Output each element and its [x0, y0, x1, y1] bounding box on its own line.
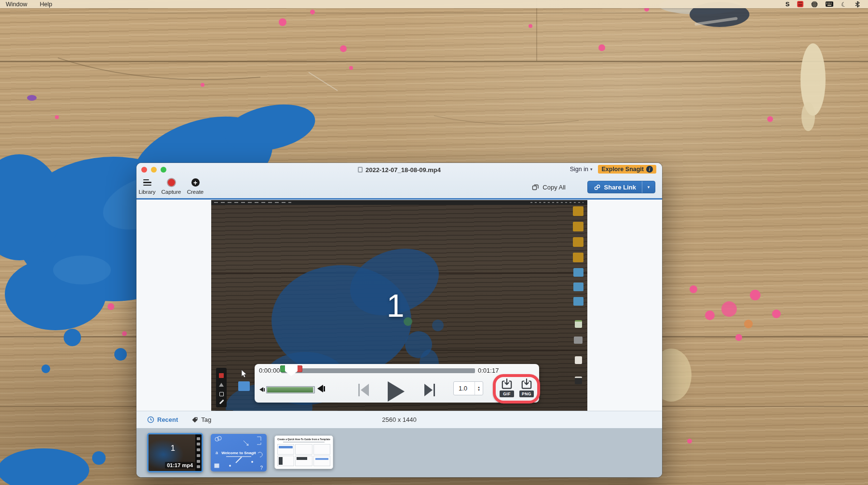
explore-snagit-badge[interactable]: Explore Snagit i: [598, 165, 656, 174]
desktop-background: Window Help S ☾: [0, 0, 868, 485]
recent-filter-button[interactable]: Recent: [147, 416, 178, 423]
share-link-button[interactable]: Share Link ▾: [587, 181, 655, 193]
copy-icon: [531, 183, 539, 191]
film-strip-icon[interactable]: [797, 1, 803, 7]
play-button[interactable]: [388, 381, 405, 402]
window-title: 2022-12-07_18-08-09.mp4: [366, 166, 441, 174]
stepper-down-icon[interactable]: ▼: [477, 389, 480, 391]
player-controls: 0:00:00 0:01:17 1.0: [255, 364, 539, 403]
caret-down-icon: ▾: [590, 167, 593, 172]
video-canvas[interactable]: 1 0:00:00: [211, 200, 587, 411]
volume-slider[interactable]: [266, 386, 315, 393]
toolbar: Library Capture + Create Copy All: [136, 176, 662, 198]
thumbnail-template-document[interactable]: Create a Quick How-To Guide from a Templ…: [274, 435, 333, 469]
speed-value: 1.0: [454, 385, 475, 392]
capture-record-icon: [168, 178, 175, 187]
volume-fill: [267, 387, 313, 392]
record-stop-icon: [219, 373, 224, 378]
recorded-cursor-icon: [241, 370, 247, 378]
thumbnail-video-selected[interactable]: 1 01:17 mp4: [147, 433, 203, 472]
bluetooth-icon[interactable]: [854, 1, 860, 8]
capture-label: Capture: [162, 189, 181, 195]
playhead[interactable]: [285, 365, 298, 376]
thumbnail-welcome-title: Welcome to Snagit: [211, 451, 267, 455]
create-plus-icon: +: [191, 178, 200, 187]
clock-icon: [147, 416, 154, 423]
speed-stepper[interactable]: ▲ ▼: [475, 382, 483, 395]
capture-dimensions: 2560 x 1440: [136, 416, 662, 423]
window-chrome: 2022-12-07_18-08-09.mp4 Sign in ▾ Explor…: [136, 163, 662, 200]
copy-all-label: Copy All: [542, 184, 566, 191]
create-button[interactable]: + Create: [181, 178, 210, 195]
snagit-s-icon[interactable]: S: [786, 1, 790, 8]
recent-captures-tray: 1 01:17 mp4 a Welcome to Snagit ?: [136, 428, 662, 477]
thumbnail-template-title: Create a Quick How-To Guide from a Templ…: [277, 438, 330, 441]
explore-snagit-label: Explore Snagit: [601, 166, 644, 173]
gif-label: GIF: [500, 391, 514, 397]
recent-label: Recent: [157, 416, 178, 423]
recorded-menubar: [211, 200, 587, 205]
export-png-button[interactable]: PNG: [518, 378, 535, 397]
sign-in-label: Sign in: [570, 166, 588, 173]
create-label: Create: [187, 189, 204, 195]
download-png-icon: [520, 378, 533, 390]
menu-help[interactable]: Help: [40, 1, 52, 8]
thumbnail-video-duration: 01:17 mp4: [165, 462, 195, 469]
film-sprockets: [195, 434, 202, 471]
template-step-grid: [277, 444, 330, 466]
menu-status-icons: S ☾: [786, 0, 868, 8]
thumbnail-video-number: 1: [171, 444, 175, 453]
keyboard-icon[interactable]: [826, 1, 833, 7]
library-icon: [143, 178, 151, 187]
png-label: PNG: [519, 391, 534, 397]
globe-icon[interactable]: [811, 1, 818, 8]
menu-bar: Window Help S ☾: [0, 0, 868, 8]
link-icon: [594, 184, 601, 191]
thumbnail-welcome-subtitle-line: [226, 456, 251, 457]
editor-canvas-area: 1 0:00:00: [136, 200, 662, 411]
document-icon: [358, 167, 363, 173]
playback-speed-control[interactable]: 1.0 ▲ ▼: [453, 381, 483, 395]
video-overlay-number: 1: [387, 287, 405, 324]
download-gif-icon: [501, 378, 513, 390]
tag-button[interactable]: Tag: [191, 416, 211, 423]
title-bar: 2022-12-07_18-08-09.mp4 Sign in ▾ Explor…: [136, 163, 662, 176]
title-bar-right: Sign in ▾ Explore Snagit i: [570, 165, 656, 174]
next-frame-button[interactable]: [424, 384, 435, 396]
region-icon: [219, 392, 224, 396]
pen-icon: [219, 399, 224, 404]
share-link-dropdown[interactable]: ▾: [642, 181, 655, 193]
copy-all-button[interactable]: Copy All: [531, 183, 566, 191]
volume-max-icon: [317, 385, 325, 392]
sign-in-button[interactable]: Sign in ▾: [570, 166, 593, 173]
tag-label: Tag: [201, 416, 211, 423]
export-gif-button[interactable]: GIF: [499, 378, 515, 397]
shapes-icon: [219, 383, 224, 387]
library-label: Library: [138, 189, 155, 195]
current-time: 0:00:00: [259, 367, 280, 374]
welcome-deco-question: ?: [260, 465, 263, 471]
template-subtitle-line: [283, 442, 325, 443]
tag-icon: [191, 417, 198, 423]
recorded-capture-toolbar: [216, 368, 227, 407]
previous-frame-button[interactable]: [358, 384, 369, 396]
moon-icon[interactable]: ☾: [841, 0, 848, 8]
total-time: 0:01:17: [478, 367, 499, 374]
menu-left: Window Help: [0, 1, 52, 8]
recorded-desktop-files: [572, 206, 584, 390]
thumbnail-welcome-image[interactable]: a Welcome to Snagit ?: [211, 434, 267, 472]
menu-window[interactable]: Window: [6, 1, 27, 8]
recorded-blue-file-icon: [238, 381, 250, 391]
timeline-track[interactable]: [281, 368, 475, 373]
volume-min-icon: [259, 387, 265, 392]
snagit-window: 2022-12-07_18-08-09.mp4 Sign in ▾ Explor…: [136, 163, 662, 477]
status-bar: Recent Tag 2560 x 1440: [136, 411, 662, 428]
info-icon: i: [646, 166, 653, 173]
share-link-label: Share Link: [604, 184, 636, 191]
